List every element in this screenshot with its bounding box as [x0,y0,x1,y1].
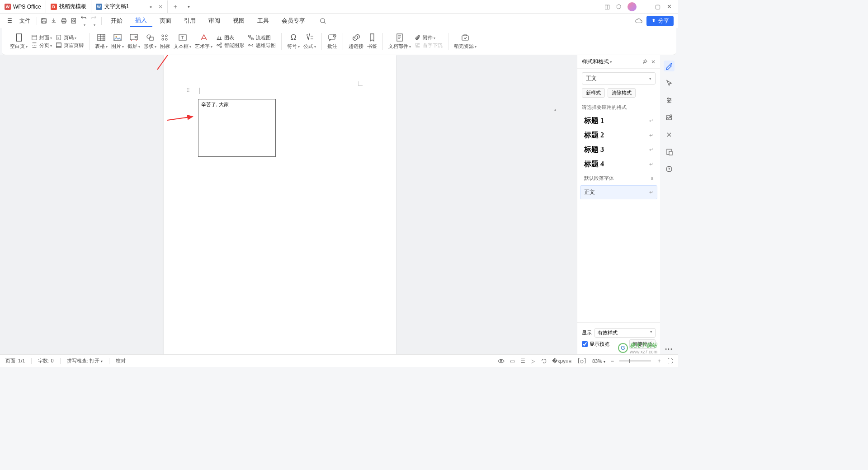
screenshot-button[interactable]: 截屏 [126,33,142,50]
wordart-button[interactable]: 艺术字 [193,33,214,50]
undo-button[interactable] [80,14,88,28]
equation-button[interactable]: 公式 [302,33,318,50]
symbol-button[interactable]: Ω 符号 [285,33,302,50]
clear-format-button[interactable]: 清除格式 [608,88,636,98]
view-outline-icon[interactable]: ☰ [520,358,525,364]
view-web-icon[interactable]: ▷ [531,358,535,364]
chevron-down-icon[interactable]: ▾ [610,60,612,64]
menu-ref[interactable]: 引用 [179,15,201,27]
reader-mode-icon[interactable]: ◫ [604,3,610,10]
print-icon[interactable] [61,18,68,24]
close-panel-icon[interactable]: ✕ [651,59,656,65]
tab-menu-button[interactable]: ▾ [183,4,194,9]
bookmark-button[interactable]: 书签 [365,33,379,50]
eye-icon[interactable] [498,358,505,364]
view-reading-icon[interactable] [540,358,547,364]
zoom-in-icon[interactable]: ＋ [656,357,662,365]
hamburger-icon[interactable]: ☰ [5,16,15,26]
word-count[interactable]: 字数: 0 [38,357,53,364]
new-style-button[interactable]: 新样式 [582,88,605,98]
file-menu[interactable]: 文件 [17,15,33,27]
collapse-panel-icon[interactable]: ◂ [554,108,556,112]
comment-button[interactable]: 批注 [326,33,339,50]
style-heading3[interactable]: 标题 3↵ [580,143,657,157]
menu-start[interactable]: 开始 [105,15,128,27]
textbox-button[interactable]: 文本框 [172,33,193,50]
menu-review[interactable]: 审阅 [203,15,226,27]
maximize-icon[interactable]: ▢ [655,3,660,10]
picture-button[interactable]: 图片 [109,33,126,50]
cube-icon[interactable]: ⬡ [616,3,621,10]
table-button[interactable]: 表格 [93,33,109,50]
titlebar: W WPS Office D 找稻壳模板 W 文字文稿1 ● ✕ ＋ ▾ ◫ ⬡… [0,0,678,14]
smart-graphic-button[interactable]: 智能图形 [216,42,244,49]
page-layout-icon[interactable] [664,146,675,157]
page-number-button[interactable]: # 页码 [56,34,84,41]
pin-icon[interactable] [642,59,647,64]
blank-page-button[interactable]: 空白页 [8,33,29,50]
zoom-level[interactable]: 83% ▾ [592,358,605,364]
style-heading1[interactable]: 标题 1↵ [580,114,657,128]
hyperlink-button[interactable]: 超链接 [347,33,365,50]
close-tab-icon[interactable]: ✕ [158,4,163,10]
page-break-button[interactable]: 分页 [31,42,52,49]
document-canvas[interactable]: ⠿ 辛苦了, 大家 ▾ ◂ [0,55,660,354]
redo-button[interactable] [90,14,98,28]
share-button[interactable]: 分享 [646,16,674,26]
search-icon[interactable] [317,16,329,26]
tab-document[interactable]: W 文字文稿1 ● ✕ [91,0,168,13]
select-icon[interactable] [664,78,675,89]
inserted-textbox[interactable]: 辛苦了, 大家 [198,99,276,157]
help-icon[interactable] [664,164,675,174]
cloud-sync-icon[interactable] [635,18,643,24]
tab-template[interactable]: D 找稻壳模板 [46,0,91,13]
display-filter-select[interactable]: 有效样式 ▾ [594,328,656,338]
shape-button[interactable]: 形状 [142,33,158,50]
doc-parts-button[interactable]: 文档部件 [387,33,413,50]
flowchart-button[interactable]: 流程图 [248,34,276,41]
tools-icon[interactable] [664,129,675,140]
paragraph-icon: ↵ [649,118,653,124]
current-style-select[interactable]: 正文 ▾ [582,72,656,85]
style-heading2[interactable]: 标题 2↵ [580,128,657,142]
export-icon[interactable] [51,18,58,24]
format-brush-icon[interactable] [664,61,675,71]
user-avatar[interactable] [627,2,637,11]
menu-page[interactable]: 页面 [154,15,177,27]
view-page-icon[interactable]: ▭ [510,358,515,364]
page-indicator[interactable]: 页面: 1/1 [5,357,25,364]
style-heading4[interactable]: 标题 4↵ [580,157,657,171]
mindmap-button[interactable]: 思维导图 [248,42,276,49]
more-icon[interactable]: ••• [664,343,675,354]
cover-button[interactable]: 封面 [31,34,52,41]
focus-icon[interactable]: [○] [577,358,587,364]
gallery-icon[interactable] [664,112,675,123]
focus-mode-icon[interactable]: �крупн [552,358,571,364]
settings-sliders-icon[interactable] [664,95,675,106]
menu-member[interactable]: 会员专享 [276,15,311,27]
minimize-icon[interactable]: — [643,3,649,10]
menu-tools[interactable]: 工具 [252,15,274,27]
style-body[interactable]: 正文↵ [580,185,657,199]
tab-wps-home[interactable]: W WPS Office [0,0,46,13]
show-preview-checkbox[interactable]: 显示预览 [582,341,609,348]
close-window-icon[interactable]: ✕ [667,3,672,10]
menu-insert[interactable]: 插入 [130,14,152,27]
proofread-status[interactable]: 校对 [116,357,126,364]
style-default-paragraph[interactable]: 默认段落字体a [580,172,657,185]
spellcheck-status[interactable]: 拼写检查: 打开 ▾ [67,357,103,364]
equation-icon [305,33,314,42]
add-tab-button[interactable]: ＋ [168,3,183,11]
icon-button[interactable]: 图标 [158,33,172,50]
header-footer-button[interactable]: 页眉页脚 [56,42,84,49]
zoom-out-icon[interactable]: − [611,358,614,364]
save-icon[interactable] [41,18,48,24]
daoke-resource-button[interactable]: 稻壳资源 [452,33,478,50]
page[interactable]: ⠿ 辛苦了, 大家 [164,55,396,354]
menu-view[interactable]: 视图 [227,15,250,27]
chart-button[interactable]: 图表 [216,34,244,41]
print-preview-icon[interactable] [71,18,78,24]
attachment-button[interactable]: 附件 [415,34,443,41]
zoom-slider[interactable] [619,360,651,362]
fullscreen-icon[interactable]: ⛶ [667,358,673,364]
